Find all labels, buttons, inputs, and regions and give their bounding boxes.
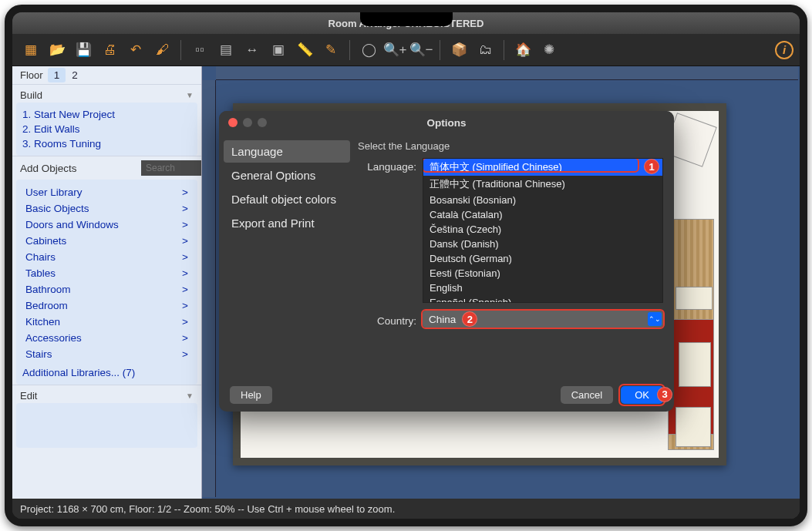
table[interactable] [676,287,713,310]
armchair[interactable] [676,407,711,447]
language-option[interactable]: 简体中文 (Simplified Chinese)1 [423,159,662,176]
group-a-icon[interactable]: ▫▫ [187,38,212,62]
box3d-icon[interactable]: ▣ [266,38,291,62]
search-input[interactable] [141,160,201,176]
category-item[interactable]: Accessories> [22,330,191,346]
sidebar: Floor 12 Build ▼ 1. Start New Project2. … [12,66,202,499]
build-item[interactable]: 2. Edit Walls [22,122,191,136]
toolbar-separator [349,40,350,60]
language-option[interactable]: Deutsch (German) [423,251,662,266]
pencil-icon[interactable]: ✎ [318,38,343,62]
dialog-heading: Select the Language [358,140,663,152]
add-objects-label: Add Objects [20,163,141,174]
ruler-horizontal [216,66,798,80]
dialog-titlebar: Options [219,111,674,134]
ok-button[interactable]: OK 3 [621,386,663,404]
country-label: Country: [358,312,416,327]
zoom-icon [258,118,267,127]
select-icon[interactable]: ◯ [356,38,381,62]
country-select[interactable]: China 2 ⌃⌄ [423,311,663,328]
minimize-icon [243,118,252,127]
undo-icon[interactable]: ↶ [123,38,148,62]
chevron-updown-icon: ⌃⌄ [648,312,662,326]
print-icon[interactable]: 🖨 [97,38,122,62]
category-item[interactable]: Kitchen> [22,314,191,330]
brush-icon[interactable]: 🖌 [150,38,174,62]
language-listbox[interactable]: 简体中文 (Simplified Chinese)1正體中文 (Traditio… [423,158,663,303]
language-option[interactable]: Bosanski (Bosnian) [423,193,662,207]
zoom-in-icon[interactable]: 🔍+ [382,38,407,62]
dialog-nav-item[interactable]: General Options [224,164,350,187]
add-objects-header: Add Objects [12,156,201,180]
chevron-down-icon: ▼ [186,91,194,99]
floor-label: Floor [20,69,43,81]
ruler-len-icon[interactable]: 📏 [292,38,317,62]
gear-icon[interactable]: ✺ [537,38,561,62]
category-item[interactable]: Doors and Windows> [22,217,191,233]
callout-3: 3 [657,387,672,402]
chevron-down-icon: ▼ [186,392,194,400]
category-item[interactable]: Bathroom> [22,281,191,297]
category-item[interactable]: Basic Objects> [22,200,191,217]
callout-1: 1 [644,159,659,174]
info-icon[interactable]: i [775,41,793,59]
laptop-frame: Room Arranger UNREGISTERED ▦📂💾🖨↶🖌▫▫▤↔▣📏✎… [5,5,807,526]
categories-list: User Library>Basic Objects>Doors and Win… [16,180,197,385]
language-option[interactable]: 正體中文 (Traditional Chinese) [423,176,662,193]
floor-tab-1[interactable]: 1 [48,68,66,82]
edit-section-header[interactable]: Edit ▼ [12,385,201,403]
dialog-title: Options [427,117,467,129]
toolbar-separator [504,40,504,60]
category-item[interactable]: User Library> [22,184,191,200]
category-item[interactable]: Bedroom> [22,297,191,314]
language-option[interactable]: English [423,281,662,295]
dialog-nav: LanguageGeneral OptionsDefault object co… [219,134,355,378]
app-window: Room Arranger UNREGISTERED ▦📂💾🖨↶🖌▫▫▤↔▣📏✎… [12,12,800,519]
close-icon[interactable] [228,118,238,127]
callout-2: 2 [462,311,477,327]
zoom-out-icon[interactable]: 🔍− [409,38,433,62]
dialog-nav-item[interactable]: Export and Print [224,212,350,234]
floor-tab-2[interactable]: 2 [66,68,84,82]
language-option[interactable]: Dansk (Danish) [423,237,662,251]
country-value: China [429,314,456,325]
dialog-nav-item[interactable]: Language [224,140,350,163]
dialog-footer: Help Cancel OK 3 [219,378,674,412]
build-item[interactable]: 3. Rooms Tuning [22,136,191,151]
category-item[interactable]: Chairs> [22,249,191,265]
dialog-content: Select the Language Language: 简体中文 (Simp… [355,134,674,378]
open-icon[interactable]: 📂 [45,38,69,62]
language-option[interactable]: Čeština (Czech) [423,222,662,237]
category-item[interactable]: Stairs> [22,346,191,362]
edit-label: Edit [20,390,37,402]
laptop-notch [360,12,453,26]
ruler-vertical [202,80,216,497]
save-icon[interactable]: 💾 [71,38,96,62]
ok-label: OK [635,389,649,401]
status-bar: Project: 1168 × 700 cm, Floor: 1/2 -- Zo… [12,499,800,519]
language-option[interactable]: Español (Spanish) [423,295,662,303]
build-list: 1. Start New Project2. Edit Walls3. Room… [16,103,197,156]
build-section-header[interactable]: Build ▼ [12,84,201,103]
house3d-icon[interactable]: 🏠 [510,38,535,62]
dim-h-icon[interactable]: ↔ [240,38,264,62]
stack-icon[interactable]: 🗂 [473,38,497,62]
build-item[interactable]: 1. Start New Project [22,107,191,122]
dialog-nav-item[interactable]: Default object colors [224,188,350,210]
toolbar-separator [180,40,181,60]
category-item[interactable]: Cabinets> [22,233,191,249]
grid-icon[interactable]: ▦ [19,38,43,62]
bricks-icon[interactable]: ▤ [214,38,238,62]
package-icon[interactable]: 📦 [446,38,471,62]
additional-libraries-link[interactable]: Additional Libraries... (7) [22,362,191,380]
cancel-button[interactable]: Cancel [561,386,613,404]
help-button[interactable]: Help [230,386,272,404]
dialog-body: LanguageGeneral OptionsDefault object co… [219,134,674,378]
language-option[interactable]: Eesti (Estonian) [423,266,662,281]
edit-placeholder [16,403,197,448]
sofa[interactable] [679,342,711,387]
language-option[interactable]: Català (Catalan) [423,207,662,222]
toolbar-separator [440,40,440,60]
category-item[interactable]: Tables> [22,265,191,281]
build-label: Build [20,89,42,101]
